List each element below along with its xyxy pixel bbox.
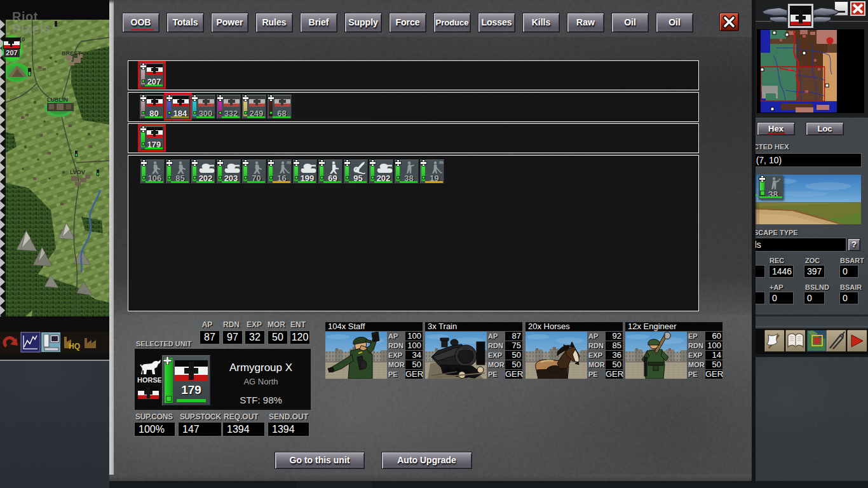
svg-text:HQ: HQ [69,342,80,351]
